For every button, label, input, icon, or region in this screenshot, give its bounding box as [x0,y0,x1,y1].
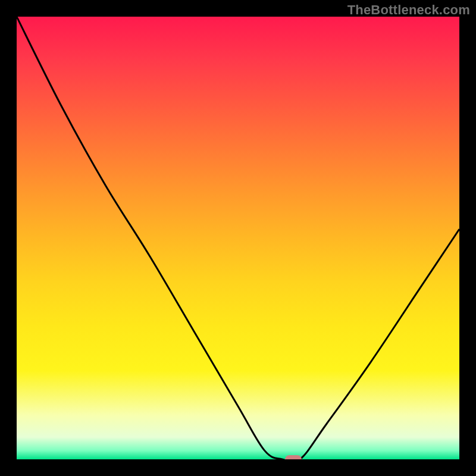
optimal-marker [285,455,302,459]
plot-area [17,17,459,459]
bottleneck-curve [17,17,459,459]
chart-svg [17,17,459,459]
bottleneck-chart: TheBottleneck.com [0,0,476,476]
watermark-text: TheBottleneck.com [347,2,470,18]
